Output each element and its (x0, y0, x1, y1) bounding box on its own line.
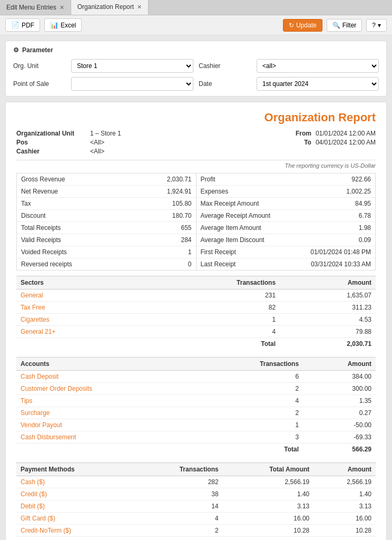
date-label: Date (199, 80, 251, 88)
report-meta-right: From 01/01/2024 12:00 AM To 04/01/2024 1… (196, 130, 376, 157)
stat-row: Tax105.80 (17, 198, 196, 210)
help-button[interactable]: ? ▾ (366, 19, 387, 32)
table-row: Cash ($)2822,566.192,566.19 (16, 476, 376, 488)
meta-cashier-value: <All> (90, 148, 104, 155)
table-row: Vendor Payout1-50.00 (16, 419, 376, 431)
sectors-col-transactions: Transactions (142, 276, 280, 290)
update-label: Update (296, 22, 317, 29)
help-label: ? (372, 22, 376, 29)
pos-select[interactable] (71, 77, 193, 91)
sectors-col-name: Sectors (16, 276, 142, 290)
table-row: Debit ($)143.133.13 (16, 500, 376, 513)
table-row: Customer Order Deposits2300.00 (16, 383, 376, 395)
sectors-table: Sectors Transactions Amount General2311,… (16, 276, 376, 350)
meta-to: To 04/01/2024 12:00 AM (196, 139, 376, 146)
date-select[interactable]: 1st quarter 2024 (257, 77, 379, 91)
table-row: Cash Disbursement3-69.33 (16, 431, 376, 443)
accounts-col-amount: Amount (303, 358, 376, 371)
stat-row: Average Item Discount0.09 (197, 234, 376, 246)
org-unit-label: Org. Unit (13, 62, 66, 70)
parameter-icon: ⚙ (13, 46, 19, 54)
meta-org-unit-value: 1 – Store 1 (90, 130, 121, 137)
excel-label: Excel (61, 22, 76, 29)
accounts-col-name: Accounts (16, 358, 197, 371)
receipt-stat-row: Valid Receipts284 (17, 234, 196, 246)
meta-cashier: Cashier <All> (16, 148, 196, 155)
toolbar-right: ↻ Update 🔍 Filter ? ▾ (283, 19, 387, 32)
table-row: Credit ($)381.401.40 (16, 488, 376, 500)
report-meta-left: Organizational Unit 1 – Store 1 Pos <All… (16, 130, 196, 157)
org-unit-select[interactable]: Store 1 (71, 59, 193, 73)
filter-label: Filter (342, 22, 357, 29)
toolbar: 📄 PDF 📊 Excel ↻ Update 🔍 Filter ? ▾ (0, 15, 392, 35)
table-row: Credit-NoTerm ($)210.2810.28 (16, 525, 376, 537)
accounts-col-transactions: Transactions (197, 358, 303, 371)
filter-icon: 🔍 (332, 22, 340, 29)
report-container: Organization Report Organizational Unit … (5, 102, 387, 540)
accounts-table: Accounts Transactions Amount Cash Deposi… (16, 357, 376, 455)
update-icon: ↻ (289, 22, 294, 29)
tab-edit-menu-close[interactable]: ✕ (60, 4, 64, 11)
pdf-button[interactable]: 📄 PDF (5, 18, 40, 32)
stat-row: Profit922.66 (197, 173, 376, 186)
stats-right-col: Profit922.66Expenses1,002.25Max Receipt … (197, 173, 376, 270)
accounts-total-row: Total566.29 (16, 443, 376, 456)
meta-from: From 01/01/2024 12:00 AM (196, 130, 376, 137)
filter-button[interactable]: 🔍 Filter (327, 19, 362, 32)
parameter-title: ⚙ Parameter (13, 46, 379, 54)
payment-col-name: Payment Methods (16, 463, 134, 476)
toolbar-left: 📄 PDF 📊 Excel (5, 18, 82, 32)
report-title: Organization Report (16, 111, 376, 124)
meta-from-value: 01/01/2024 12:00 AM (316, 130, 376, 137)
report-meta: Organizational Unit 1 – Store 1 Pos <All… (16, 130, 376, 157)
currency-note: The reporting currency is US-Dollar (16, 160, 376, 169)
table-row: Cash Deposit6384.00 (16, 371, 376, 383)
stat-row: Discount180.70 (17, 210, 196, 222)
tab-bar: Edit Menu Entries ✕ Organization Report … (0, 0, 392, 15)
meta-pos-label: Pos (16, 139, 85, 146)
tab-edit-menu-label: Edit Menu Entries (6, 4, 56, 11)
stats-outer: Gross Revenue2,030.71Net Revenue1,924.91… (16, 173, 376, 271)
stat-row: Average Item Amount1.98 (197, 222, 376, 234)
table-row: Surcharge20.27 (16, 407, 376, 419)
receipt-stat-row: Reversed receipts0 (17, 258, 196, 270)
stat-row: Expenses1,002.25 (197, 186, 376, 198)
meta-org-unit: Organizational Unit 1 – Store 1 (16, 130, 196, 137)
tab-org-report-label: Organization Report (77, 3, 134, 11)
table-row: Tax Free82311.23 (16, 302, 376, 314)
stat-row: Average Receipt Amount6.78 (197, 210, 376, 222)
tab-edit-menu[interactable]: Edit Menu Entries ✕ (0, 1, 71, 14)
tab-org-report-close[interactable]: ✕ (137, 4, 142, 11)
parameter-grid: Org. Unit Store 1 Cashier <all> Point of… (13, 59, 379, 91)
cashier-label: Cashier (199, 62, 251, 70)
excel-button[interactable]: 📊 Excel (44, 18, 82, 32)
pos-label: Point of Sale (13, 80, 66, 88)
meta-to-label: To (304, 139, 311, 146)
receipt-stat-row: Voided Receipts1 (17, 246, 196, 258)
stat-row: First Receipt01/01/2024 01:48 PM (197, 246, 376, 258)
stats-left-col: Gross Revenue2,030.71Net Revenue1,924.91… (17, 173, 197, 270)
tab-org-report[interactable]: Organization Report ✕ (71, 0, 149, 15)
meta-pos: Pos <All> (16, 139, 196, 146)
sectors-total-row: Total2,030.71 (16, 338, 376, 350)
update-button[interactable]: ↻ Update (283, 19, 322, 32)
payment-total-row: Total2,597.00 (16, 537, 376, 541)
receipt-stat-row: Total Receipts655 (17, 222, 196, 234)
stat-row: Gross Revenue2,030.71 (17, 173, 196, 186)
stat-row: Net Revenue1,924.91 (17, 186, 196, 198)
payment-col-amount: Amount (313, 463, 376, 476)
parameter-section: ⚙ Parameter Org. Unit Store 1 Cashier <a… (5, 41, 387, 97)
table-row: General 21+479.88 (16, 326, 376, 338)
meta-org-unit-label: Organizational Unit (16, 130, 85, 137)
pdf-icon: 📄 (11, 21, 19, 29)
payment-col-total-amount: Total Amount (223, 463, 314, 476)
cashier-select[interactable]: <all> (257, 59, 379, 73)
excel-icon: 📊 (50, 21, 58, 29)
pdf-label: PDF (22, 22, 34, 29)
sectors-col-amount: Amount (280, 276, 376, 290)
stat-row: Last Receipt03/31/2024 10:33 AM (197, 258, 376, 270)
table-row: Tips41.35 (16, 395, 376, 407)
stat-row: Max Receipt Amount84.95 (197, 198, 376, 210)
chevron-down-icon: ▾ (378, 22, 381, 29)
payment-col-transactions: Transactions (134, 463, 223, 476)
